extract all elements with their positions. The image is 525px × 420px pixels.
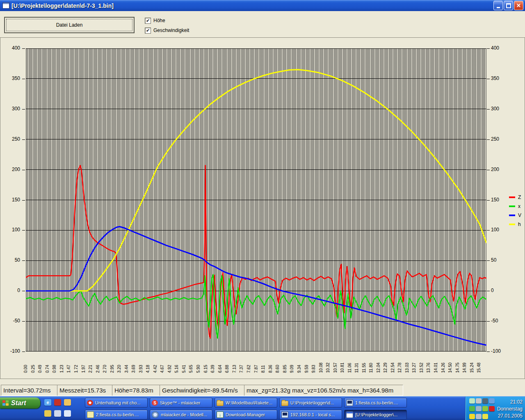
trillian-icon[interactable] [54,399,61,406]
y-axis-label-left: 350 [3,75,20,81]
winamp-icon[interactable] [44,410,51,417]
x-axis-label: 8.60 [275,353,280,373]
start-button-label: Start [11,399,26,407]
x-axis-label: 0.00 [23,353,28,373]
task-button-10[interactable]: [U:\Projekte\logger\... [344,410,407,420]
tray-agent-icon[interactable] [476,414,482,419]
y-axis-tick [487,200,490,201]
y-axis-label-right: 400 [491,45,510,51]
y-axis-tick [487,352,490,352]
notes-icon[interactable] [64,410,71,417]
task-button-4[interactable]: U:\Projekte\logger\d... [279,398,342,408]
x-axis-label: 12.78 [397,353,402,373]
plot-area [26,48,486,352]
legend-label-Z: Z [518,194,521,200]
x-axis-label: 5.16 [174,353,179,373]
y-axis-label-left: 100 [3,227,20,233]
y-axis-tick [22,200,25,201]
title-bar: [U:\Projekte\logger\daten\d-7-3_1.bin] ✕ [0,0,525,11]
tray-volume-icon[interactable] [476,406,482,411]
tray-globe-icon[interactable] [482,398,488,404]
y-axis-label-right: -50 [491,318,510,324]
legend-label-V: V [518,212,521,218]
hoehe-checkbox-label: Höhe [153,18,165,23]
task-button-5[interactable]: 1:fiesta.cs.tu-berlin.... [344,398,407,408]
tray-messenger-icon[interactable] [469,406,475,411]
x-axis-label: 9.09 [290,353,294,373]
tray-wireless-icon[interactable] [469,414,475,419]
x-axis-label: 7.37 [239,353,244,373]
x-axis-label: 12.29 [383,353,388,373]
x-axis-label: 0.74 [45,353,50,373]
datei-laden-button[interactable]: Datei Laden [4,17,135,33]
task-button-label: 1:fiesta.cs.tu-berlin.... [355,400,398,405]
y-axis-tick [22,260,25,261]
hoehe-checkbox[interactable]: ✔ Höhe [145,17,165,24]
geschwindigkeit-checkbox[interactable]: ✔ Geschwindigkeit [145,27,189,34]
legend-item-V: V [509,211,521,220]
tray-display-icon[interactable] [489,398,495,404]
x-axis-label: 2.95 [110,353,115,373]
x-axis-label: 2.21 [88,353,93,373]
task-button-label: Skype™ - mlaiacker [160,400,200,405]
legend-item-Z: Z [509,193,521,202]
x-axis-label: 6.64 [218,353,223,373]
x-axis-label: 2.70 [103,353,107,373]
y-axis-label-left: 0 [3,288,20,293]
series-V [26,227,486,345]
y-axis-label-right: 0 [491,288,510,293]
y-axis-tick [487,109,490,110]
tray-clock: 21:02 [510,399,523,405]
folder-quicklaunch-icon[interactable] [64,399,71,406]
legend-swatch-Z [509,196,515,198]
x-axis-label: 4.18 [146,353,151,373]
task-button-9[interactable]: 192.168.0.1 - local s... [279,410,342,420]
app-window: [U:\Projekte\logger\daten\d-7-3_1.bin] ✕… [0,0,525,420]
status-panel-4: Geschwindigkeit=-89.54m/s [160,385,245,396]
toolbar: Datei Laden ✔ Höhe ✔ Geschwindigkeit [0,11,525,37]
close-button[interactable]: ✕ [514,1,523,10]
x-axis-label: 12.54 [390,353,395,373]
y-axis-tick [22,321,25,322]
minimize-button[interactable] [493,1,503,10]
calculator-icon[interactable] [54,410,61,417]
y-axis-label-left: 200 [3,167,20,172]
tray-lan-icon[interactable] [482,414,488,419]
x-axis-label: 10.81 [340,353,345,373]
geschwindigkeit-checkbox-box[interactable]: ✔ [145,27,151,34]
task-button-label: mlaiacker.de - Modell... [161,412,207,417]
x-axis-label: 8.85 [283,353,288,373]
x-axis-label: 4.42 [153,353,158,373]
start-button[interactable]: Start [0,397,40,409]
tray-update-icon[interactable] [482,406,488,411]
y-axis-tick [487,230,490,231]
task-button-2[interactable]: SSkype™ - mlaiacker [150,398,212,408]
task-button-8[interactable]: ↓Download-Manager [215,410,277,420]
x-axis-label: 3.93 [139,353,144,373]
tray-network-icon[interactable] [469,398,475,404]
window-title: [U:\Projekte\logger\daten\d-7-3_1.bin] [11,2,493,9]
y-axis-label-right: 100 [491,227,510,233]
y-axis-label-left: 150 [3,197,20,203]
x-axis-label: 11.80 [369,353,374,373]
task-button-3[interactable]: W:\Modellbau\Rakete... [215,398,277,408]
y-axis-tick [22,79,25,79]
taskbar: Start e Unterhaltung mit cho...SSkype™ -… [0,396,525,420]
tray-antivir-icon[interactable] [489,406,495,411]
x-axis-label: 12.04 [376,353,381,373]
y-axis-label-left: 400 [3,45,20,51]
x-axis-label: 0.25 [31,353,36,373]
y-axis-label-right: 50 [491,257,510,263]
y-axis-label-right: -100 [491,348,510,354]
hoehe-checkbox-box[interactable]: ✔ [145,18,151,24]
task-button-7[interactable]: mlaiacker.de - Modell... [150,410,212,420]
status-panel-2: Messzeit=15.73s [57,385,113,396]
x-axis-label: 9.59 [304,353,309,373]
restore-button[interactable] [504,1,513,10]
tray-scanner-icon[interactable] [476,398,482,404]
task-button-1[interactable]: Unterhaltung mit cho... [85,398,148,408]
internet-explorer-icon[interactable]: e [44,399,51,406]
task-button-6[interactable]: 2:fiesta.cs.tu-berlin.... [85,410,148,420]
y-axis-label-left: 50 [3,257,20,263]
task-button-label: Download-Manager [226,412,265,417]
